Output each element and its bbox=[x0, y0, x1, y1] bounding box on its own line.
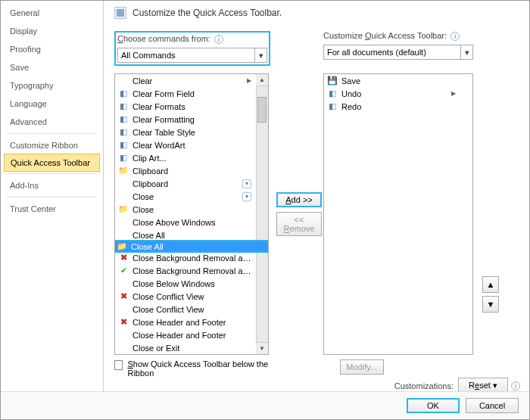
scroll-up-icon[interactable]: ▲ bbox=[256, 74, 268, 86]
sidebar-item-language[interactable]: Language bbox=[1, 95, 103, 113]
blue-icon: ◧ bbox=[117, 114, 129, 125]
list-item[interactable]: Clipboard▾ bbox=[115, 177, 268, 190]
blue-icon: ◧ bbox=[326, 89, 338, 99]
sidebar-separator bbox=[7, 133, 97, 134]
qat-listbox[interactable]: 💾Save◧Undo▶◧Redo bbox=[323, 73, 473, 355]
sidebar-item-advanced[interactable]: Advanced bbox=[1, 113, 103, 131]
help-icon[interactable]: i bbox=[214, 35, 223, 44]
list-item[interactable]: 📁Clipboard bbox=[115, 164, 268, 177]
blue-icon: ◧ bbox=[117, 153, 129, 163]
list-item[interactable]: ✔Close Background Removal and K... bbox=[115, 264, 268, 277]
blue-icon: ◧ bbox=[117, 89, 129, 99]
commands-listbox[interactable]: ▲ ▼ Clear▶◧Clear Form Field◧Clear Format… bbox=[114, 73, 269, 355]
list-item[interactable]: ◧Clear Formats bbox=[115, 100, 268, 113]
customize-qat-label: Customize Quick Access Toolbar: bbox=[323, 31, 447, 40]
list-item-label: Clear bbox=[132, 76, 247, 86]
dropdown-badge-icon: ▾ bbox=[242, 192, 251, 201]
list-item[interactable]: Close Above Windows bbox=[115, 216, 268, 229]
blank-icon bbox=[117, 76, 129, 86]
options-sidebar: General Display Proofing Save Typography… bbox=[1, 1, 104, 394]
scroll-thumb[interactable] bbox=[257, 97, 267, 123]
blue-icon: ◧ bbox=[117, 127, 129, 138]
cancel-button[interactable]: Cancel bbox=[466, 398, 519, 413]
sidebar-item-display[interactable]: Display bbox=[1, 22, 103, 40]
ok-button[interactable]: OK bbox=[407, 398, 460, 413]
list-item[interactable]: 💾Save bbox=[324, 74, 472, 87]
list-item-label: Clipboard bbox=[132, 166, 254, 176]
list-item[interactable]: Close Conflict View bbox=[115, 303, 268, 316]
help-icon[interactable]: i bbox=[511, 381, 520, 390]
add-button[interactable]: Add >> bbox=[276, 192, 322, 207]
sidebar-item-trust-center[interactable]: Trust Center bbox=[1, 200, 103, 218]
sidebar-separator bbox=[7, 197, 97, 198]
folder-icon: 📁 bbox=[116, 241, 128, 252]
save-icon: 💾 bbox=[326, 76, 338, 86]
list-item[interactable]: Clear▶ bbox=[115, 74, 268, 87]
chevron-down-icon[interactable]: ▾ bbox=[460, 45, 472, 59]
folder-icon: 📁 bbox=[117, 166, 129, 176]
list-item-label: Clear Formatting bbox=[132, 115, 254, 124]
sidebar-item-proofing[interactable]: Proofing bbox=[1, 40, 103, 58]
list-item-label: Close bbox=[132, 205, 254, 214]
help-icon[interactable]: i bbox=[450, 32, 460, 41]
x-icon: ✖ bbox=[117, 317, 129, 328]
sidebar-item-customize-ribbon[interactable]: Customize Ribbon bbox=[1, 136, 103, 154]
sidebar-item-quick-access-toolbar[interactable]: Quick Access Toolbar bbox=[4, 154, 100, 172]
submenu-arrow-icon: ▶ bbox=[247, 77, 254, 84]
x-icon: ✖ bbox=[117, 253, 129, 263]
submenu-arrow-icon: ▶ bbox=[451, 90, 459, 97]
sidebar-item-general[interactable]: General bbox=[1, 4, 103, 22]
page-title: Customize the Quick Access Toolbar. bbox=[132, 8, 282, 18]
list-item-label: Close Background Removal and D... bbox=[132, 254, 254, 263]
sidebar-item-save[interactable]: Save bbox=[1, 58, 103, 76]
list-item[interactable]: ◧Close Other Windows bbox=[115, 354, 268, 355]
scrollbar[interactable]: ▲ ▼ bbox=[256, 74, 268, 354]
move-down-button[interactable]: ▼ bbox=[482, 296, 499, 313]
dialog-footer: OK Cancel bbox=[1, 391, 529, 419]
choose-commands-value[interactable] bbox=[118, 49, 254, 61]
show-below-ribbon-checkbox[interactable] bbox=[114, 360, 123, 370]
blank-icon bbox=[117, 191, 129, 202]
list-item[interactable]: ✖Close Conflict View bbox=[115, 290, 268, 303]
list-item[interactable]: 📁Close All bbox=[114, 240, 269, 253]
list-item-label: Close Above Windows bbox=[132, 218, 254, 227]
choose-commands-combo[interactable]: ▾ bbox=[117, 48, 267, 63]
customize-qat-combo[interactable]: ▾ bbox=[323, 45, 473, 60]
blank-icon bbox=[117, 278, 129, 289]
list-item[interactable]: Close▾ bbox=[115, 190, 268, 203]
sidebar-separator bbox=[7, 173, 97, 174]
choose-commands-label: CChoose commands from:hoose commands fro… bbox=[117, 34, 210, 43]
list-item-label: Close bbox=[132, 192, 242, 201]
list-item[interactable]: ◧Clear WordArt bbox=[115, 138, 268, 151]
show-below-ribbon-label: Show Quick Access Toolbar below the Ribb… bbox=[127, 359, 273, 378]
qat-icon bbox=[114, 7, 126, 19]
remove-button[interactable]: << Remove bbox=[276, 212, 322, 236]
list-item[interactable]: ✖Close Header and Footer bbox=[115, 316, 268, 328]
list-item-label: Clip Art... bbox=[132, 154, 254, 163]
list-item-label: Clear Table Style bbox=[132, 128, 254, 137]
list-item[interactable]: Close Below Windows bbox=[115, 277, 268, 290]
list-item-label: Undo bbox=[341, 89, 451, 98]
blank-icon bbox=[117, 230, 129, 241]
list-item-label: Close All bbox=[131, 242, 254, 251]
list-item[interactable]: ✖Close Background Removal and D... bbox=[115, 251, 268, 264]
customize-qat-value[interactable] bbox=[324, 46, 460, 58]
sidebar-item-typography[interactable]: Typography bbox=[1, 76, 103, 95]
list-item[interactable]: ◧Undo▶ bbox=[324, 87, 472, 100]
list-item[interactable]: Close or Exit bbox=[115, 341, 268, 354]
list-item[interactable]: ◧Clear Form Field bbox=[115, 87, 268, 100]
list-item[interactable]: ◧Clear Table Style bbox=[115, 126, 268, 138]
sidebar-item-add-ins[interactable]: Add-Ins bbox=[1, 176, 103, 194]
list-item[interactable]: 📁Close bbox=[115, 203, 268, 216]
modify-button[interactable]: Modify... bbox=[340, 359, 384, 375]
customizations-label: Customizations: bbox=[394, 381, 454, 390]
list-item[interactable]: Close Header and Footer bbox=[115, 328, 268, 341]
move-up-button[interactable]: ▲ bbox=[482, 276, 499, 293]
list-item[interactable]: ◧Clip Art... bbox=[115, 151, 268, 164]
list-item-label: Clear Form Field bbox=[132, 89, 254, 98]
list-item[interactable]: ◧Redo bbox=[324, 100, 472, 113]
dropdown-badge-icon: ▾ bbox=[242, 179, 251, 188]
scroll-down-icon[interactable]: ▼ bbox=[256, 342, 268, 354]
list-item[interactable]: ◧Clear Formatting bbox=[115, 113, 268, 126]
chevron-down-icon[interactable]: ▾ bbox=[254, 48, 267, 62]
